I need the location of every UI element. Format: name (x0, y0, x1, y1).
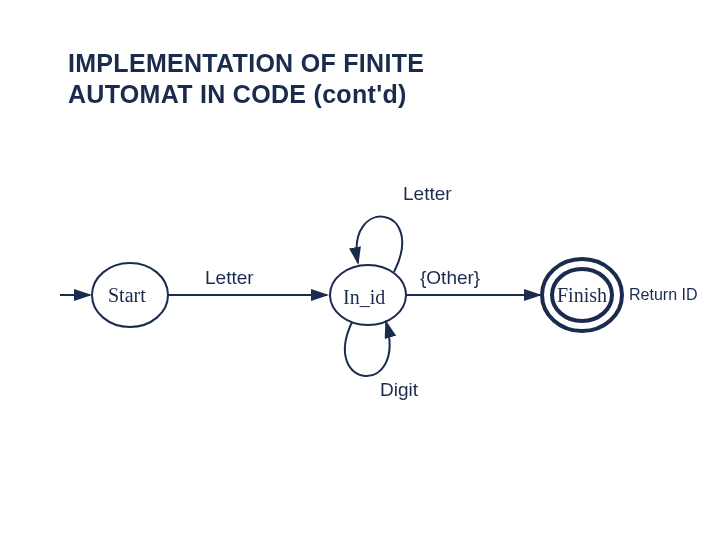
in-id-state-label: In_id (343, 286, 385, 309)
title-line-2: AUTOMAT IN CODE (cont'd) (68, 80, 407, 108)
start-state-label: Start (108, 284, 146, 307)
label-digit-loop: Digit (380, 379, 418, 401)
loop-letter (357, 217, 403, 272)
title-line-1: IMPLEMENTATION OF FINITE (68, 49, 424, 77)
loop-digit (345, 322, 390, 376)
label-letter-loop: Letter (403, 183, 452, 205)
label-other-transition: {Other} (420, 267, 480, 289)
return-id-label: Return ID (629, 286, 697, 304)
label-letter-transition: Letter (205, 267, 254, 289)
page-title: IMPLEMENTATION OF FINITE AUTOMAT IN CODE… (68, 48, 424, 111)
finish-state-label: Finish (557, 284, 607, 307)
